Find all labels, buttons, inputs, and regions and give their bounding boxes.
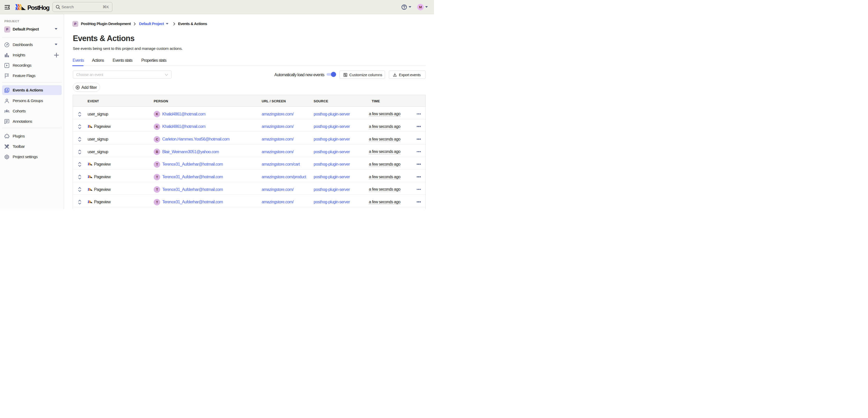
svg-text:A: A bbox=[6, 89, 8, 91]
